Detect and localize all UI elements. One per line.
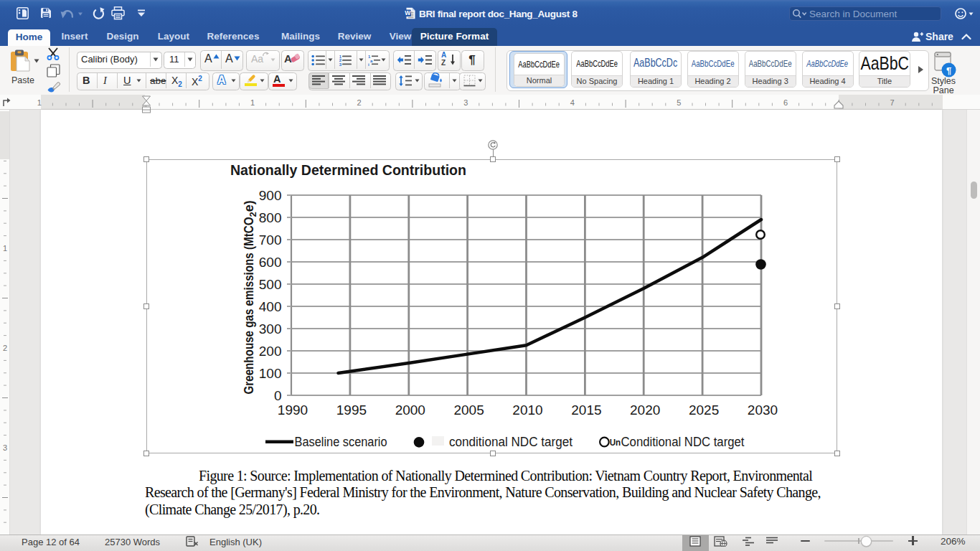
svg-text:3: 3 — [339, 62, 342, 65]
svg-text:1: 1 — [3, 244, 7, 253]
svg-text:2: 2 — [357, 98, 362, 107]
svg-text:4: 4 — [570, 98, 575, 107]
svg-text:7: 7 — [890, 98, 895, 107]
svg-text:i: i — [368, 62, 369, 66]
svg-text:W: W — [405, 9, 411, 17]
svg-text:1: 1 — [250, 98, 255, 107]
svg-text:3: 3 — [3, 443, 7, 452]
svg-text:1: 1 — [37, 98, 42, 107]
svg-text:5: 5 — [677, 98, 681, 107]
svg-text:¶: ¶ — [946, 65, 951, 76]
svg-text:3: 3 — [463, 98, 468, 107]
svg-text:¶: ¶ — [469, 53, 476, 67]
svg-text:2: 2 — [3, 344, 7, 352]
svg-text:6: 6 — [783, 98, 788, 107]
svg-text:a: a — [370, 58, 373, 62]
